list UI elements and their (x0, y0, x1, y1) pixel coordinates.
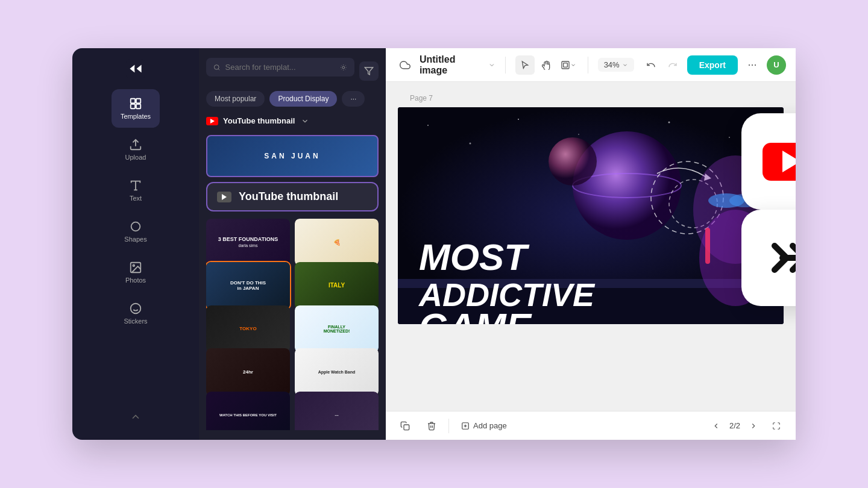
template-card[interactable]: 🍕 (295, 219, 379, 266)
sidebar-nav: Templates Upload Text (72, 89, 199, 333)
sidebar-item-templates[interactable]: Templates (112, 89, 160, 128)
title-chevron-icon (488, 61, 495, 69)
sidebar-item-stickers[interactable]: Stickers (112, 294, 160, 333)
tab-more[interactable]: ··· (342, 91, 365, 107)
next-page-button[interactable] (745, 418, 762, 434)
svg-point-26 (668, 122, 670, 124)
template-card[interactable]: WATCH THIS BEFORE YOU VISIT (206, 392, 290, 430)
svg-rect-40 (705, 228, 710, 264)
template-card[interactable]: 3 BEST FOUNDATIONSdarla sims (206, 219, 290, 266)
duplicate-page-button[interactable] (395, 416, 415, 436)
sidebar-item-shapes[interactable]: Shapes (112, 212, 160, 251)
template-card[interactable]: TOKYO (206, 305, 290, 352)
sidebar-item-text[interactable]: Text (112, 171, 160, 210)
fullscreen-button[interactable] (767, 416, 786, 436)
floating-youtube-icon (741, 113, 796, 210)
hand-tool-button[interactable] (537, 55, 556, 75)
prev-page-button[interactable] (708, 418, 725, 434)
add-page-label: Add page (473, 421, 507, 430)
zoom-control[interactable]: 34% (598, 58, 634, 72)
redo-button[interactable] (663, 55, 682, 75)
svg-point-23 (470, 143, 471, 145)
sidebar-text-label: Text (130, 195, 142, 202)
yt-icon-small (206, 117, 218, 125)
tab-most-popular[interactable]: Most popular (206, 91, 265, 107)
sidebar-collapse-btn[interactable] (125, 406, 146, 430)
pagination: 2/2 (708, 416, 786, 436)
youtube-header[interactable]: YouTube thumbnail (206, 114, 379, 128)
floating-capcut-icon (741, 210, 796, 306)
pagination-text: 2/2 (729, 421, 740, 430)
canvas-bg-svg: MOST ADDICTIVE GAME (398, 107, 784, 324)
svg-point-31 (549, 137, 597, 186)
svg-point-22 (427, 125, 429, 126)
svg-rect-1 (134, 67, 136, 70)
frame-tool-button[interactable] (559, 55, 578, 75)
template-card[interactable]: ITALY (295, 262, 379, 309)
sanjuan-text: SAN JUAN (264, 152, 320, 160)
toolbar-tools (515, 55, 578, 75)
svg-rect-5 (136, 104, 140, 108)
add-page-button[interactable]: Add page (456, 419, 512, 433)
yt-tooltip-icon (217, 192, 231, 202)
sidebar-item-upload[interactable]: Upload (112, 130, 160, 169)
template-card[interactable]: 24hr (206, 348, 290, 395)
template-card-selected[interactable]: DON'T DO THISin JAPAN (206, 262, 290, 309)
export-button[interactable]: Export (687, 55, 738, 75)
category-tabs: Most popular Product Display ··· (206, 91, 379, 107)
yt-tooltip: YouTube thumbnail (206, 182, 379, 211)
select-tool-button[interactable] (515, 55, 535, 75)
sanjuan-preview[interactable]: SAN JUAN (206, 135, 379, 177)
svg-point-27 (729, 137, 730, 138)
doc-title-text: Untitled image (420, 54, 486, 76)
sidebar-item-photos[interactable]: Photos (112, 253, 160, 292)
svg-text:MOST: MOST (419, 236, 530, 278)
bottom-divider (448, 419, 449, 433)
canvas-area: Page 7 (386, 82, 796, 411)
canvas-container: MOST ADDICTIVE GAME (398, 107, 784, 324)
sidebar-shapes-label: Shapes (124, 236, 146, 243)
svg-point-12 (131, 304, 141, 314)
svg-rect-4 (131, 104, 135, 108)
svg-rect-48 (404, 425, 409, 430)
svg-text:GAME: GAME (419, 305, 532, 324)
doc-title[interactable]: Untitled image (420, 54, 495, 76)
cloud-save-button[interactable] (395, 55, 415, 75)
template-card[interactable]: FINALLYMONETIZED! (295, 305, 379, 352)
svg-rect-3 (136, 99, 140, 103)
tab-product-display[interactable]: Product Display (269, 91, 337, 107)
sidebar-photos-label: Photos (125, 277, 146, 284)
svg-marker-18 (365, 67, 373, 75)
capcut-logo (766, 234, 796, 282)
search-input[interactable] (225, 63, 336, 72)
delete-page-button[interactable] (422, 416, 441, 436)
search-bar[interactable] (206, 58, 354, 77)
editor-toolbar: Untitled image (386, 48, 796, 82)
filter-button[interactable] (359, 61, 379, 81)
youtube-logo (763, 143, 796, 181)
page-label: Page 7 (410, 94, 433, 102)
template-card[interactable]: ··· (295, 392, 379, 430)
template-card[interactable]: Apple Watch Band (295, 348, 379, 395)
zoom-value: 34% (604, 60, 620, 69)
svg-line-16 (218, 69, 219, 70)
more-options-button[interactable]: ··· (743, 55, 762, 75)
svg-point-15 (214, 64, 219, 69)
canvas-wrapper[interactable]: MOST ADDICTIVE GAME (398, 107, 784, 324)
toolbar-left: Untitled image (395, 54, 495, 76)
svg-point-25 (578, 134, 579, 135)
undo-redo-controls (641, 55, 682, 75)
svg-point-11 (133, 264, 134, 266)
template-grid: 3 BEST FOUNDATIONSdarla sims 🍕 DON'T DO … (206, 219, 379, 430)
svg-point-9 (131, 222, 140, 231)
sidebar-stickers-label: Stickers (124, 318, 147, 325)
canvas-image: MOST ADDICTIVE GAME (398, 107, 784, 324)
svg-point-24 (518, 119, 519, 120)
editor-area: Untitled image (386, 48, 796, 440)
toolbar-divider-2 (588, 57, 588, 74)
youtube-header-text: YouTube thumbnail (223, 116, 295, 125)
undo-button[interactable] (641, 55, 661, 75)
app-logo[interactable] (125, 58, 146, 80)
bottom-bar: Add page 2/2 (386, 411, 796, 440)
user-avatar[interactable]: U (767, 55, 786, 75)
